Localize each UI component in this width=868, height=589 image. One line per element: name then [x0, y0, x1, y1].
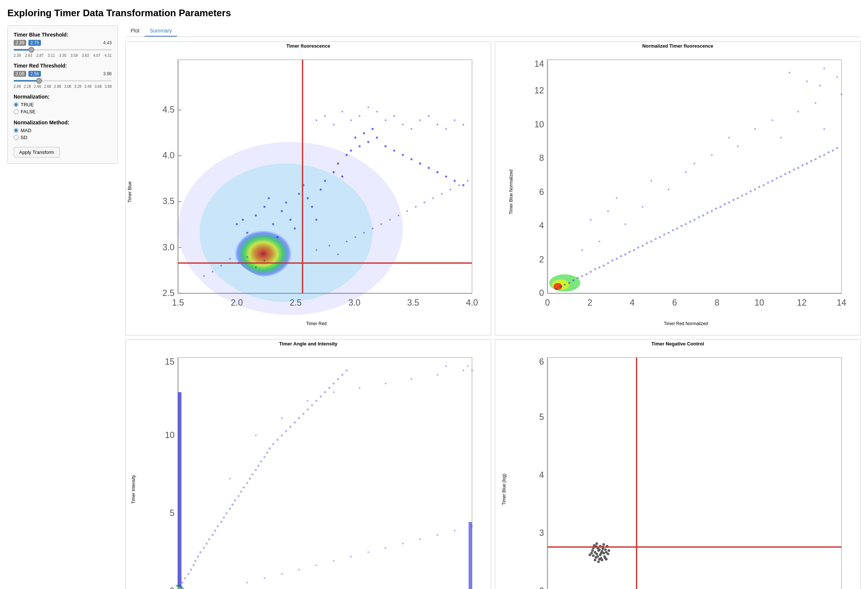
svg-point-248 [208, 538, 210, 540]
svg-point-98 [381, 223, 382, 225]
svg-point-285 [337, 378, 339, 380]
tabs-bar: Plot Summary [125, 25, 861, 37]
svg-point-217 [824, 128, 825, 130]
svg-point-96 [363, 232, 365, 234]
svg-point-137 [581, 275, 583, 277]
svg-point-78 [359, 115, 361, 117]
svg-text:4: 4 [630, 298, 635, 308]
svg-text:5: 5 [170, 508, 174, 518]
svg-point-99 [389, 219, 391, 221]
svg-point-95 [354, 236, 356, 238]
svg-point-133 [564, 284, 566, 286]
svg-point-182 [775, 177, 778, 179]
svg-point-50 [393, 149, 395, 152]
svg-point-343 [598, 558, 601, 560]
norm-sd-option[interactable]: SD [14, 135, 112, 140]
svg-point-252 [220, 521, 222, 523]
blue-threshold-slider[interactable] [14, 46, 112, 53]
tab-plot[interactable]: Plot [125, 25, 145, 37]
svg-point-267 [263, 456, 266, 458]
blue-ticks: 2.392.632.873.113.353.593.834.074.31 [14, 53, 112, 58]
svg-point-169 [719, 206, 722, 208]
svg-point-242 [192, 564, 195, 566]
svg-point-168 [715, 207, 717, 210]
svg-point-299 [437, 534, 438, 536]
svg-point-108 [467, 180, 469, 182]
svg-point-152 [646, 242, 648, 244]
normalization-true-radio[interactable] [14, 102, 18, 107]
sidebar: Timer Blue Threshold: 2.39 2.75 4.43 2.3… [7, 25, 118, 589]
control-panel: Timer Blue Threshold: 2.39 2.75 4.43 2.3… [7, 25, 118, 164]
svg-point-81 [385, 120, 387, 121]
svg-point-47 [372, 128, 374, 130]
svg-text:4.5: 4.5 [162, 105, 175, 114]
red-current-value: 2.56 [28, 71, 41, 77]
red-threshold-slider[interactable] [14, 77, 112, 84]
plot-negative-control: Timer Negative Control Timer Blue (log) … [495, 339, 861, 589]
svg-point-214 [694, 163, 695, 164]
svg-point-86 [428, 115, 430, 117]
svg-text:14: 14 [534, 59, 544, 69]
svg-point-273 [285, 430, 287, 432]
svg-point-143 [607, 262, 609, 264]
svg-point-87 [437, 124, 438, 126]
svg-point-94 [346, 241, 348, 243]
svg-point-264 [255, 469, 257, 471]
svg-point-161 [685, 223, 687, 225]
svg-point-210 [590, 219, 592, 221]
svg-point-49 [385, 145, 387, 147]
svg-point-186 [793, 169, 795, 171]
svg-point-151 [642, 245, 644, 247]
svg-point-202 [815, 102, 816, 104]
svg-point-175 [745, 192, 747, 195]
svg-point-57 [453, 180, 456, 182]
svg-point-139 [590, 271, 592, 273]
normalization-false-option[interactable]: FALSE [14, 109, 112, 114]
svg-point-289 [264, 577, 266, 579]
svg-point-301 [471, 525, 473, 527]
svg-point-288 [246, 582, 248, 583]
svg-point-189 [806, 162, 808, 164]
norm-sd-radio[interactable] [14, 135, 18, 140]
norm-mad-option[interactable]: MAD [14, 128, 112, 133]
x-axis-label-normalized: Timer Red Normalized [513, 321, 859, 326]
svg-point-260 [243, 486, 245, 488]
svg-point-271 [276, 438, 279, 441]
svg-point-295 [367, 551, 369, 553]
red-end-value: 3.96 [103, 71, 112, 76]
svg-point-218 [789, 72, 791, 74]
svg-point-276 [298, 417, 300, 419]
svg-point-75 [333, 124, 335, 126]
plot-timer-fluorescence: Timer fluorescence Timer Blue [125, 41, 491, 336]
svg-point-201 [771, 120, 773, 121]
svg-point-136 [577, 277, 579, 279]
svg-point-280 [315, 400, 317, 402]
apply-transform-button[interactable]: Apply Transform [14, 147, 60, 158]
svg-point-141 [598, 266, 601, 269]
svg-point-243 [194, 560, 196, 562]
svg-point-196 [836, 147, 838, 149]
svg-point-290 [281, 573, 283, 574]
svg-point-83 [402, 124, 404, 126]
svg-point-244 [197, 555, 199, 558]
svg-point-207 [797, 111, 799, 112]
normalization-true-option[interactable]: TRUE [14, 102, 112, 107]
svg-point-302 [229, 478, 231, 479]
svg-point-241 [190, 568, 192, 571]
tab-summary[interactable]: Summary [145, 25, 177, 37]
svg-point-185 [789, 171, 791, 173]
norm-mad-radio[interactable] [14, 128, 18, 133]
svg-point-178 [759, 186, 761, 188]
svg-point-72 [264, 259, 266, 261]
normalization-false-radio[interactable] [14, 109, 18, 114]
svg-point-255 [229, 508, 231, 510]
svg-point-84 [411, 128, 413, 130]
svg-text:3.5: 3.5 [162, 196, 175, 206]
svg-point-159 [676, 227, 679, 229]
svg-point-245 [199, 551, 202, 553]
svg-point-195 [832, 149, 834, 152]
svg-point-46 [367, 141, 369, 143]
svg-point-187 [797, 167, 799, 169]
svg-point-92 [329, 245, 331, 247]
svg-point-142 [602, 265, 605, 267]
